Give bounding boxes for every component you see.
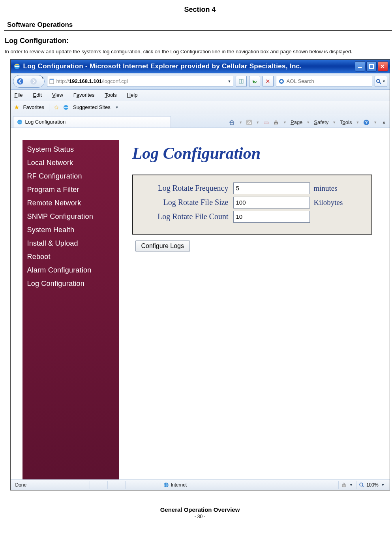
cmd-safety[interactable]: Safety	[314, 119, 328, 125]
screenshot-window: Log Configuration - Microsoft Internet E…	[10, 59, 390, 490]
svg-point-27	[360, 483, 363, 486]
doc-footer: General Operation Overview - 30 -	[4, 506, 392, 519]
svg-rect-2	[369, 64, 373, 68]
window-close-button[interactable]: ✕	[378, 61, 388, 71]
address-dropdown-icon[interactable]: ▼	[228, 79, 231, 83]
url-path: /logconf.cgi	[102, 78, 128, 84]
sidebar-item-rf-configuration[interactable]: RF Configuration	[27, 172, 114, 180]
forward-button[interactable]	[27, 75, 40, 87]
help-icon[interactable]: ?	[363, 119, 369, 126]
address-input[interactable]	[129, 78, 225, 85]
svg-text:?: ?	[365, 120, 368, 125]
label-file-size: Log Rotate File Size	[142, 198, 233, 207]
cmd-page[interactable]: Page	[291, 119, 302, 125]
log-config-form: Log Rotate Frequency minutes Log Rotate …	[132, 175, 372, 235]
stop-button[interactable]: ✕	[263, 76, 274, 87]
tab-bar: Log Configuration ▼ ▼ ▭ ▼ Page▼ Safety▼ …	[11, 114, 390, 128]
sidebar-item-remote-network[interactable]: Remote Network	[27, 199, 114, 207]
main-panel: Log Configuration Log Rotate Frequency m…	[119, 140, 390, 479]
sidebar-item-program-a-filter[interactable]: Program a Filter	[27, 186, 114, 194]
cmd-tools[interactable]: Tools	[340, 119, 352, 125]
doc-heading: Log Configuration:	[5, 37, 392, 45]
compat-view-button[interactable]	[236, 76, 247, 87]
svg-rect-1	[358, 67, 362, 68]
status-zoom[interactable]: 100% ▼	[356, 481, 387, 489]
sidebar-item-local-network[interactable]: Local Network	[27, 159, 114, 167]
configure-logs-button[interactable]: Configure Logs	[135, 240, 190, 252]
back-button[interactable]	[13, 75, 27, 87]
status-cell	[107, 481, 124, 489]
input-file-count[interactable]	[233, 211, 310, 223]
row-log-rotate-frequency: Log Rotate Frequency minutes	[142, 182, 363, 194]
command-bar: ▼ ▼ ▭ ▼ Page▼ Safety▼ Tools▼ ?▼ »	[229, 119, 387, 128]
label-frequency: Log Rotate Frequency	[142, 184, 233, 193]
read-mail-icon[interactable]: ▭	[263, 119, 269, 126]
sidebar-item-reboot[interactable]: Reboot	[27, 253, 114, 261]
menu-edit[interactable]: Edit	[32, 91, 42, 99]
sidebar-item-alarm-configuration[interactable]: Alarm Configuration	[27, 266, 114, 274]
ie-small-icon	[63, 104, 69, 111]
input-file-size[interactable]	[233, 197, 310, 209]
favorites-star-icon[interactable]: ★	[14, 103, 19, 111]
suggested-sites-link[interactable]: Suggested Sites	[73, 104, 111, 110]
search-box[interactable]	[276, 76, 372, 87]
footer-title: General Operation Overview	[4, 506, 392, 513]
divider	[4, 30, 392, 31]
print-icon[interactable]	[273, 119, 279, 126]
svg-rect-20	[275, 123, 277, 125]
doc-section-title: Section 4	[4, 6, 392, 14]
svg-rect-6	[50, 79, 54, 80]
unit-frequency: minutes	[314, 184, 338, 193]
input-frequency[interactable]	[233, 182, 310, 194]
svg-point-17	[248, 123, 249, 124]
page-icon	[49, 79, 54, 84]
window-maximize-button[interactable]	[366, 61, 377, 71]
favorites-label[interactable]: Favorites	[23, 104, 44, 110]
refresh-button[interactable]	[249, 76, 260, 87]
menu-favorites[interactable]: Favorites	[73, 91, 95, 99]
menu-tools[interactable]: Tools	[104, 91, 117, 99]
status-zoom-label: 100%	[366, 482, 379, 488]
feeds-icon[interactable]	[246, 120, 252, 125]
row-log-rotate-file-count: Log Rotate File Count	[142, 211, 363, 223]
suggested-dropdown-icon[interactable]: ▼	[115, 105, 119, 109]
ie-logo-icon	[13, 62, 21, 70]
sidebar-item-system-status[interactable]: System Status	[27, 145, 114, 154]
address-bar[interactable]: http://192.168.1.101/logconf.cgi ▼	[47, 76, 233, 87]
search-input[interactable]	[286, 78, 369, 85]
tab-log-configuration[interactable]: Log Configuration	[13, 116, 171, 128]
sidebar-item-log-configuration[interactable]: Log Configuration	[27, 280, 114, 288]
home-icon[interactable]	[229, 119, 235, 126]
sidebar-item-system-health[interactable]: System Health	[27, 226, 114, 234]
nav-back-forward: ▼	[13, 75, 45, 88]
tab-label: Log Configuration	[25, 119, 66, 125]
row-log-rotate-file-size: Log Rotate File Size Kilobytes	[142, 197, 363, 209]
url-scheme: http://	[56, 78, 69, 84]
svg-point-4	[30, 78, 37, 85]
status-cell	[143, 481, 160, 489]
zoom-icon	[359, 482, 364, 488]
zoom-dropdown-icon[interactable]: ▼	[381, 483, 385, 487]
window-minimize-button[interactable]	[355, 61, 365, 71]
protected-mode-icon[interactable]: ▼	[338, 481, 355, 489]
menu-view[interactable]: View	[51, 91, 64, 99]
sidebar-item-snmp-configuration[interactable]: SNMP Configuration	[27, 212, 114, 221]
url-host: 192.168.1.101	[69, 78, 102, 84]
footer-page: - 30 -	[4, 514, 392, 519]
svg-line-28	[362, 486, 364, 487]
add-favorite-icon[interactable]: ✩	[54, 104, 59, 111]
svg-rect-26	[342, 485, 345, 487]
svg-rect-19	[275, 120, 277, 122]
more-chevron-icon[interactable]: »	[381, 119, 387, 125]
sidebar-item-install-upload[interactable]: Install & Upload	[27, 239, 114, 248]
window-title: Log Configuration - Microsoft Internet E…	[23, 62, 302, 70]
history-dropdown-icon[interactable]: ▼	[41, 75, 45, 87]
doc-body: In order to review and update the system…	[5, 48, 392, 55]
status-zone-label: Internet	[171, 482, 187, 488]
search-go-button[interactable]: ▼	[375, 76, 387, 87]
tab-favicon-icon	[17, 119, 23, 125]
menu-help[interactable]: Help	[126, 91, 139, 99]
menu-file[interactable]: File	[14, 91, 24, 99]
search-dropdown-icon[interactable]: ▼	[382, 79, 386, 83]
svg-point-10	[280, 80, 283, 83]
